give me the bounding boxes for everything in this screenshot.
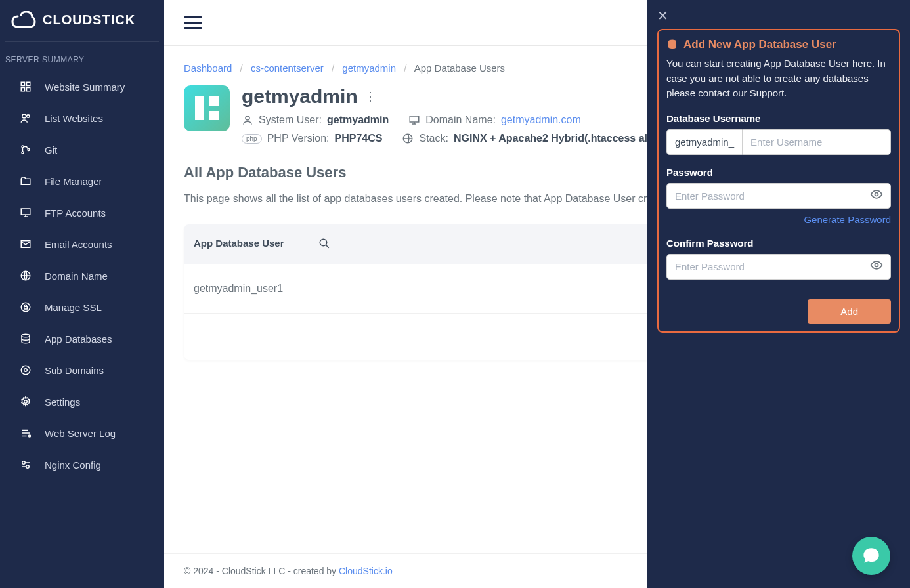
eye-icon[interactable] (870, 259, 883, 274)
sidebar-item-label: Git (45, 144, 57, 156)
ssl-icon (18, 300, 33, 314)
generate-password-link[interactable]: Generate Password (804, 214, 891, 225)
stack-globe-icon (402, 133, 414, 144)
database-icon (666, 39, 678, 51)
add-db-user-drawer: ✕ Add New App Database User You can star… (647, 0, 910, 588)
svg-point-17 (24, 400, 28, 404)
password-input[interactable] (666, 183, 891, 209)
users-icon (18, 111, 33, 125)
sidebar-item-label: Manage SSL (45, 302, 102, 313)
th-user: App Database User (194, 238, 318, 251)
username-label: Database Username (666, 113, 891, 124)
email-icon (18, 237, 33, 251)
summary-icon (18, 79, 33, 94)
brand-logo[interactable]: CLOUDSTICK (0, 0, 164, 41)
search-icon (318, 238, 330, 249)
app-title: getmyadmin (242, 85, 358, 108)
confirm-password-input[interactable] (666, 254, 891, 280)
svg-point-20 (26, 465, 30, 469)
svg-point-14 (22, 334, 30, 337)
svg-rect-3 (27, 88, 30, 91)
brand-text: CLOUDSTICK (43, 12, 135, 28)
sidebar-section-header: SERVER SUMMARY (0, 42, 164, 71)
svg-rect-2 (21, 88, 24, 91)
breadcrumb-app[interactable]: getmyadmin (342, 62, 396, 74)
sidebar-item-label: App Databases (45, 333, 112, 345)
th-search[interactable] (318, 238, 594, 251)
chat-icon (862, 547, 880, 565)
svg-rect-22 (410, 116, 420, 122)
sidebar-item-label: Settings (45, 396, 80, 408)
php-icon: php (242, 134, 262, 144)
monitor-icon (408, 114, 420, 126)
gear-icon (18, 394, 33, 409)
sidebar-item-web-server-log[interactable]: Web Server Log (0, 417, 164, 449)
app-actions-menu[interactable]: ⋮ (364, 89, 376, 104)
confirm-password-label: Confirm Password (666, 238, 891, 249)
git-icon (18, 142, 33, 157)
svg-point-6 (22, 146, 24, 148)
svg-rect-13 (24, 306, 28, 309)
eye-icon[interactable] (870, 188, 883, 203)
sidebar-item-list-websites[interactable]: List Websites (0, 102, 164, 134)
svg-point-18 (29, 435, 31, 437)
sidebar-item-label: Domain Name (45, 270, 108, 282)
sidebar-item-file-manager[interactable]: File Manager (0, 165, 164, 197)
domain-value[interactable]: getmyadmin.com (501, 114, 581, 126)
td-user: getmyadmin_user1 (194, 283, 594, 295)
sidebar-item-label: FTP Accounts (45, 207, 106, 219)
hamburger-menu[interactable] (184, 16, 202, 29)
svg-point-24 (320, 239, 327, 246)
system-user-label: System User: (259, 114, 322, 126)
php-label: PHP Version: (267, 133, 330, 144)
chat-fab[interactable] (852, 537, 890, 575)
sidebar-item-ftp-accounts[interactable]: FTP Accounts (0, 197, 164, 228)
breadcrumb-current: App Database Users (414, 62, 505, 74)
svg-point-28 (875, 264, 878, 267)
svg-rect-1 (27, 82, 30, 85)
sidebar: CLOUDSTICK SERVER SUMMARY Website Summar… (0, 0, 164, 588)
folder-icon (18, 174, 33, 188)
app-icon (184, 85, 230, 131)
sidebar-item-label: File Manager (45, 176, 102, 187)
system-user-value: getmyadmin (327, 114, 389, 126)
sidebar-item-website-summary[interactable]: Website Summary (0, 71, 164, 102)
sidebar-item-app-databases[interactable]: App Databases (0, 323, 164, 354)
sidebar-item-git[interactable]: Git (0, 134, 164, 165)
footer-link[interactable]: CloudStick.io (339, 566, 393, 576)
svg-point-15 (21, 366, 30, 375)
database-icon (18, 331, 33, 346)
svg-rect-9 (21, 209, 30, 215)
add-button[interactable]: Add (808, 299, 891, 324)
sidebar-item-nginx-config[interactable]: Nginx Config (0, 449, 164, 480)
globe-icon (18, 268, 33, 283)
drawer-description: You can start creating App Database User… (666, 56, 891, 101)
php-value: PHP74CS (335, 133, 383, 144)
stack-value: NGINX + Apacahe2 Hybrid(.htaccess allowe… (454, 133, 677, 144)
stack-label: Stack: (419, 133, 448, 144)
svg-point-7 (22, 152, 24, 154)
svg-point-4 (22, 114, 26, 118)
sidebar-item-domain-name[interactable]: Domain Name (0, 260, 164, 291)
svg-point-19 (22, 461, 26, 465)
sidebar-item-label: Sub Domains (45, 365, 104, 376)
sidebar-item-settings[interactable]: Settings (0, 386, 164, 417)
username-input[interactable] (742, 129, 891, 155)
subdomain-icon (18, 363, 33, 377)
domain-label: Domain Name: (425, 114, 496, 126)
sidebar-item-email-accounts[interactable]: Email Accounts (0, 228, 164, 260)
svg-point-8 (28, 149, 30, 151)
sidebar-item-label: List Websites (45, 113, 103, 124)
svg-point-27 (875, 193, 878, 196)
sidebar-item-sub-domains[interactable]: Sub Domains (0, 354, 164, 386)
close-icon[interactable]: ✕ (657, 8, 900, 29)
svg-point-16 (24, 369, 28, 372)
sidebar-item-label: Nginx Config (45, 459, 101, 471)
sidebar-item-label: Email Accounts (45, 239, 112, 250)
svg-point-5 (27, 115, 30, 118)
password-label: Password (666, 167, 891, 178)
svg-point-21 (246, 116, 249, 120)
breadcrumb-server[interactable]: cs-contentserver (251, 62, 324, 74)
sidebar-item-manage-ssl[interactable]: Manage SSL (0, 291, 164, 323)
breadcrumb-dashboard[interactable]: Dashboard (184, 62, 232, 74)
